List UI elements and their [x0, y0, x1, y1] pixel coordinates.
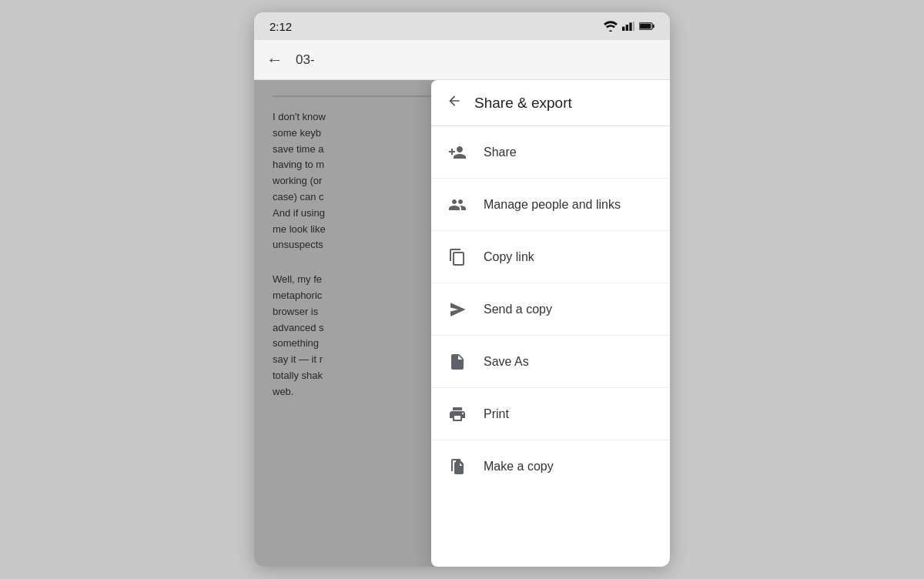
status-icons — [604, 21, 654, 32]
manage-people-label: Manage people and links — [484, 198, 621, 212]
menu-header-title: Share & export — [474, 95, 572, 112]
phone-frame: 2:12 ← 03- — [254, 12, 670, 567]
menu-item-send-copy[interactable]: Send a copy — [431, 283, 670, 336]
share-person-icon — [447, 142, 468, 163]
menu-item-make-copy[interactable]: Make a copy — [431, 440, 670, 493]
print-label: Print — [484, 407, 509, 421]
print-icon — [447, 403, 468, 425]
make-copy-label: Make a copy — [484, 460, 554, 474]
send-copy-label: Send a copy — [484, 303, 552, 316]
menu-item-save-as[interactable]: Save As — [431, 336, 670, 388]
signal-icon — [622, 21, 634, 32]
manage-people-icon — [447, 194, 468, 216]
document-area: I don't know some keyb save time a havin… — [254, 80, 670, 567]
svg-rect-3 — [633, 22, 634, 31]
status-bar: 2:12 — [254, 12, 670, 40]
svg-rect-0 — [622, 27, 624, 31]
status-time: 2:12 — [270, 20, 292, 33]
menu-back-button[interactable] — [447, 93, 462, 112]
menu-item-print[interactable]: Print — [431, 388, 670, 440]
menu-panel: Share & export Share Manage people — [431, 80, 670, 567]
send-copy-icon — [447, 299, 468, 320]
wifi-icon — [604, 21, 618, 32]
save-as-icon — [447, 351, 468, 373]
app-bar-back-button[interactable]: ← — [266, 50, 283, 70]
copy-link-label: Copy link — [484, 250, 534, 264]
svg-rect-2 — [629, 22, 631, 31]
menu-item-manage-people[interactable]: Manage people and links — [431, 179, 670, 231]
back-arrow-icon — [447, 93, 462, 109]
menu-item-share[interactable]: Share — [431, 126, 670, 179]
battery-icon — [639, 22, 654, 31]
make-copy-icon — [447, 456, 468, 477]
app-bar-title: 03- — [296, 52, 315, 68]
svg-rect-1 — [626, 25, 628, 31]
share-label: Share — [484, 146, 517, 159]
menu-header: Share & export — [431, 80, 670, 126]
svg-rect-5 — [653, 25, 654, 28]
menu-item-copy-link[interactable]: Copy link — [431, 231, 670, 283]
copy-link-icon — [447, 246, 468, 268]
svg-rect-6 — [640, 24, 651, 28]
save-as-label: Save As — [484, 355, 529, 369]
app-bar: ← 03- — [254, 40, 670, 80]
